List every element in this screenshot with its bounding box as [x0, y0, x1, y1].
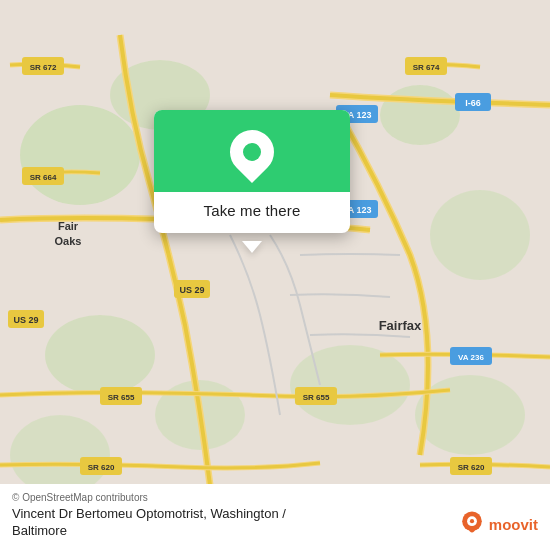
svg-text:I-66: I-66 — [465, 98, 481, 108]
take-me-there-button[interactable]: Take me there — [204, 202, 301, 219]
popup-header — [154, 110, 350, 192]
svg-point-3 — [380, 85, 460, 145]
svg-text:Fairfax: Fairfax — [379, 318, 422, 333]
svg-text:SR 672: SR 672 — [30, 63, 57, 72]
svg-text:SR 655: SR 655 — [303, 393, 330, 402]
moovit-icon — [458, 510, 486, 538]
svg-text:SR 664: SR 664 — [30, 173, 57, 182]
svg-text:Fair: Fair — [58, 220, 79, 232]
popup-footer: Take me there — [154, 192, 350, 233]
location-name: Vincent Dr Bertomeu Optomotrist, Washing… — [12, 506, 286, 521]
moovit-logo: moovit — [458, 510, 538, 538]
svg-point-1 — [20, 105, 140, 205]
moovit-text: moovit — [489, 516, 538, 533]
svg-text:VA 236: VA 236 — [458, 353, 484, 362]
svg-text:US 29: US 29 — [179, 285, 204, 295]
map-background: VA 123 VA 123 I-66 US 50 US 29 US 29 SR … — [0, 0, 550, 550]
popup-card: Take me there — [154, 110, 350, 233]
svg-point-9 — [10, 415, 110, 495]
svg-point-8 — [415, 375, 525, 455]
location-city: Baltimore — [12, 523, 67, 538]
svg-text:US 29: US 29 — [13, 315, 38, 325]
svg-point-6 — [45, 315, 155, 395]
popup-tail — [242, 241, 262, 253]
svg-text:SR 620: SR 620 — [88, 463, 115, 472]
svg-text:SR 655: SR 655 — [108, 393, 135, 402]
svg-text:Oaks: Oaks — [55, 235, 82, 247]
osm-credit: © OpenStreetMap contributors — [12, 492, 538, 503]
map-container: VA 123 VA 123 I-66 US 50 US 29 US 29 SR … — [0, 0, 550, 550]
bottom-bar: © OpenStreetMap contributors Vincent Dr … — [0, 484, 550, 550]
svg-point-4 — [430, 190, 530, 280]
svg-text:SR 620: SR 620 — [458, 463, 485, 472]
location-pin-icon — [221, 121, 283, 183]
svg-text:SR 674: SR 674 — [413, 63, 440, 72]
svg-point-43 — [470, 519, 474, 523]
